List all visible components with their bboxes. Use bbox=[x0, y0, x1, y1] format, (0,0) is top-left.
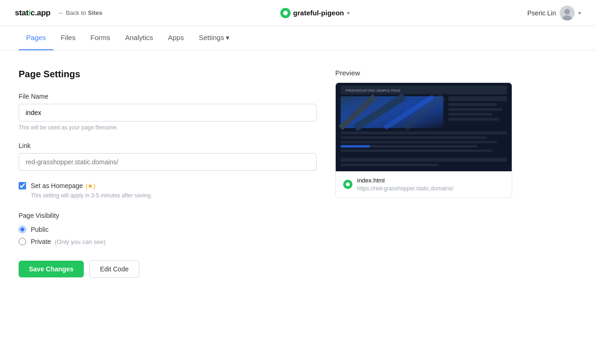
visibility-private-row: Private (Only you can see) bbox=[19, 238, 317, 245]
link-label: Link bbox=[19, 142, 317, 149]
header-left: static.app ← Back to Sites bbox=[15, 8, 102, 18]
visibility-public-label[interactable]: Public bbox=[31, 226, 48, 233]
file-name-label: File Name bbox=[19, 93, 317, 100]
logo: static.app bbox=[15, 8, 50, 18]
page-title: Page Settings bbox=[19, 69, 317, 80]
homepage-option: Set as Homepage (★) This setting will ap… bbox=[19, 182, 317, 199]
preview-info: index.html https://red-grasshopper.stati… bbox=[336, 171, 512, 197]
site-name: grateful-pigeon bbox=[293, 9, 344, 17]
preview-site-icon-inner bbox=[346, 182, 350, 186]
user-menu[interactable]: Pseric Lin ▾ bbox=[528, 6, 581, 20]
site-icon-inner bbox=[283, 11, 288, 15]
user-name: Pseric Lin bbox=[528, 9, 556, 17]
left-panel: Page Settings File Name This will be use… bbox=[19, 69, 317, 278]
logo-dot: i bbox=[28, 8, 30, 17]
nav-tabs: Pages Files Forms Analytics Apps Setting… bbox=[0, 26, 596, 50]
preview-filename: index.html bbox=[357, 177, 454, 184]
site-chevron-icon: ▾ bbox=[347, 10, 350, 16]
preview-url: https://red-grasshopper.static.domains/ bbox=[357, 185, 454, 192]
svg-rect-23 bbox=[341, 145, 370, 148]
back-text: Back to bbox=[66, 9, 86, 16]
homepage-checkbox[interactable] bbox=[19, 182, 26, 189]
site-icon bbox=[280, 8, 291, 18]
visibility-public-radio[interactable] bbox=[19, 226, 26, 233]
svg-text:FREEGROUP.ORG SAMPLE PAGE: FREEGROUP.ORG SAMPLE PAGE bbox=[345, 88, 400, 93]
svg-rect-18 bbox=[341, 131, 507, 134]
button-row: Save Changes Edit Code bbox=[19, 260, 317, 278]
svg-rect-15 bbox=[448, 108, 502, 111]
svg-rect-19 bbox=[341, 136, 488, 139]
svg-rect-17 bbox=[448, 118, 500, 121]
file-name-group: File Name This will be used as your page… bbox=[19, 93, 317, 131]
save-button[interactable]: Save Changes bbox=[19, 261, 84, 277]
homepage-star: (★) bbox=[86, 182, 95, 189]
edit-code-button[interactable]: Edit Code bbox=[89, 260, 139, 278]
visibility-title: Page Visibility bbox=[19, 212, 317, 219]
user-chevron-icon: ▾ bbox=[578, 10, 581, 16]
homepage-label[interactable]: Set as Homepage (★) bbox=[31, 182, 95, 189]
tab-forms[interactable]: Forms bbox=[83, 26, 118, 50]
tab-files[interactable]: Files bbox=[54, 26, 83, 50]
tab-pages[interactable]: Pages bbox=[19, 26, 54, 50]
file-name-input[interactable] bbox=[19, 104, 317, 121]
svg-rect-22 bbox=[341, 149, 493, 152]
tab-apps[interactable]: Apps bbox=[161, 26, 191, 50]
svg-rect-25 bbox=[341, 164, 439, 166]
settings-chevron-icon: ▾ bbox=[226, 34, 230, 42]
header: static.app ← Back to Sites grateful-pige… bbox=[0, 0, 596, 26]
site-selector[interactable]: grateful-pigeon ▾ bbox=[280, 8, 350, 18]
svg-rect-13 bbox=[448, 96, 507, 101]
tab-analytics[interactable]: Analytics bbox=[118, 26, 161, 50]
back-arrow-icon: ← bbox=[58, 9, 64, 16]
visibility-section: Page Visibility Public Private (Only you… bbox=[19, 212, 317, 245]
visibility-public-row: Public bbox=[19, 226, 317, 233]
file-name-hint: This will be used as your page filename. bbox=[19, 124, 317, 131]
main-content: Page Settings File Name This will be use… bbox=[0, 50, 596, 297]
svg-rect-14 bbox=[448, 103, 497, 106]
avatar bbox=[560, 6, 575, 20]
back-sites-label: Sites bbox=[88, 9, 102, 16]
visibility-private-radio[interactable] bbox=[19, 238, 26, 245]
link-group: Link bbox=[19, 142, 317, 171]
svg-rect-24 bbox=[341, 158, 507, 162]
right-panel: Preview FREEGROUP.ORG SAMPLE PAGE bbox=[335, 69, 512, 278]
preview-info-text: index.html https://red-grasshopper.stati… bbox=[357, 177, 454, 192]
back-to-sites-link[interactable]: ← Back to Sites bbox=[58, 9, 102, 16]
homepage-checkbox-row: Set as Homepage (★) bbox=[19, 182, 317, 189]
preview-card: FREEGROUP.ORG SAMPLE PAGE bbox=[335, 82, 512, 198]
svg-rect-20 bbox=[341, 141, 497, 143]
homepage-hint: This setting will apply in 3-5 minutes a… bbox=[31, 192, 317, 199]
svg-point-1 bbox=[564, 9, 570, 14]
tab-settings[interactable]: Settings ▾ bbox=[191, 26, 237, 50]
preview-label: Preview bbox=[335, 69, 512, 77]
link-input[interactable] bbox=[19, 153, 317, 171]
visibility-private-sublabel: (Only you can see) bbox=[54, 238, 105, 245]
preview-site-icon bbox=[343, 180, 352, 189]
svg-rect-16 bbox=[448, 113, 493, 116]
preview-screenshot: FREEGROUP.ORG SAMPLE PAGE bbox=[336, 83, 512, 171]
visibility-private-label[interactable]: Private (Only you can see) bbox=[31, 238, 106, 245]
